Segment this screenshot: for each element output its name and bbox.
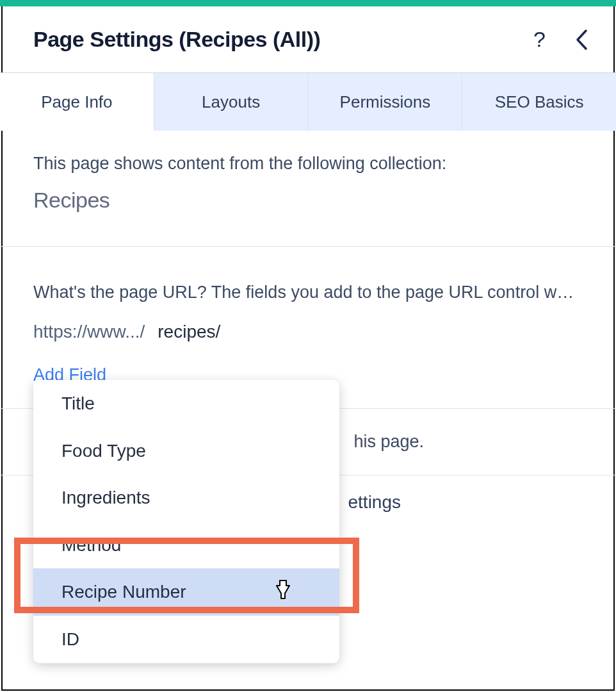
tab-layouts[interactable]: Layouts [154, 73, 309, 131]
help-icon[interactable]: ? [533, 27, 546, 52]
tab-seo-basics[interactable]: SEO Basics [462, 73, 616, 131]
dropdown-item-label: ID [61, 629, 79, 649]
dropdown-item-label: Ingredients [61, 488, 150, 507]
dropdown-item-label: Title [61, 393, 95, 413]
url-path[interactable]: recipes/ [158, 322, 220, 342]
dropdown-item-label: Method [61, 535, 121, 555]
tab-label: Layouts [202, 92, 260, 112]
dropdown-item-id[interactable]: ID [33, 616, 339, 663]
dropdown-item-recipe-number[interactable]: Recipe Number [33, 568, 339, 616]
tab-page-info[interactable]: Page Info [0, 73, 154, 131]
url-label: What's the page URL? The fields you add … [33, 283, 583, 302]
back-chevron-icon[interactable] [575, 29, 588, 51]
tab-label: SEO Basics [495, 92, 584, 112]
url-prefix: https://www.../ [33, 322, 145, 342]
dropdown-item-ingredients[interactable]: Ingredients [33, 474, 339, 522]
tab-label: Permissions [340, 92, 431, 112]
tab-label: Page Info [41, 92, 112, 112]
header-actions: ? [533, 27, 588, 52]
collection-section: This page shows content from the followi… [0, 131, 616, 247]
page-title: Page Settings (Recipes (All)) [33, 27, 320, 52]
dropdown-item-label: Recipe Number [61, 582, 186, 602]
collection-name: Recipes [33, 188, 583, 213]
collection-label: This page shows content from the followi… [33, 154, 583, 174]
dropdown-item-label: Food Type [61, 441, 146, 461]
url-row: https://www.../ recipes/ [33, 322, 583, 342]
dropdown-item-method[interactable]: Method [33, 522, 339, 569]
dropdown-item-food-type[interactable]: Food Type [33, 427, 339, 475]
tabs-bar: Page Info Layouts Permissions SEO Basics [0, 73, 616, 131]
dropdown-item-title[interactable]: Title [33, 380, 339, 427]
top-accent-bar [0, 0, 616, 6]
panel-header: Page Settings (Recipes (All)) ? [0, 6, 616, 73]
add-field-dropdown: Title Food Type Ingredients Method Recip… [33, 380, 339, 663]
tab-permissions[interactable]: Permissions [309, 73, 463, 131]
